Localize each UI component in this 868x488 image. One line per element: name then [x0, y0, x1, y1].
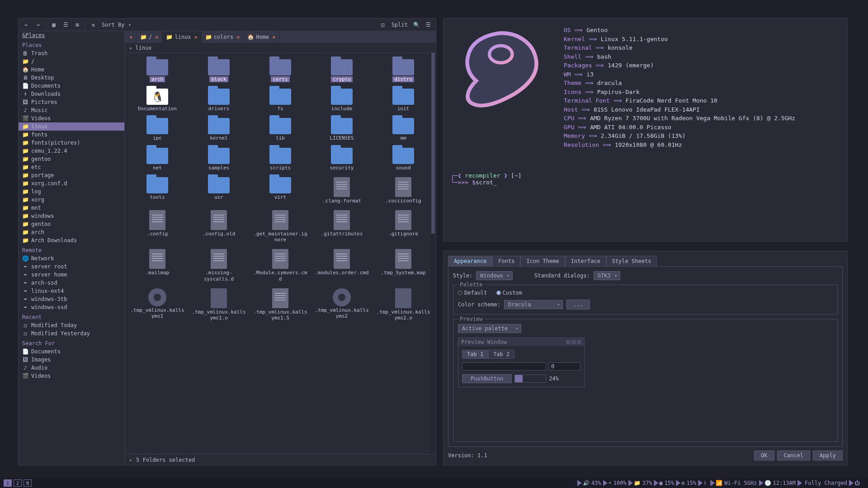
- view-list-icon[interactable]: ☰: [61, 20, 71, 30]
- close-icon[interactable]: ✕: [194, 34, 198, 40]
- file-item[interactable]: sound: [373, 146, 433, 173]
- file-item[interactable]: net: [127, 146, 187, 173]
- close-icon[interactable]: ✕: [272, 34, 275, 40]
- apply-button[interactable]: Apply: [813, 450, 843, 460]
- sidebar-item[interactable]: 🎬Videos: [19, 114, 124, 122]
- status-segment[interactable]: ⚙15%: [679, 480, 699, 486]
- status-segment[interactable]: 🔊43%: [580, 480, 604, 486]
- config-tab[interactable]: Icon Theme: [520, 256, 565, 267]
- sidebar-item[interactable]: 🎬Videos: [19, 372, 124, 380]
- shell-prompt[interactable]: ╭─❮ recompiler ❯ [~] ╰─>>> $scrot_: [451, 172, 522, 186]
- status-segment[interactable]: ▣15%: [656, 480, 677, 486]
- file-item[interactable]: drivers: [189, 87, 249, 113]
- sidebar-item[interactable]: ⬌windows-3tb: [19, 295, 124, 303]
- config-tab[interactable]: Fonts: [492, 256, 520, 267]
- file-item[interactable]: security: [312, 146, 372, 173]
- file-item[interactable]: .gitattributes: [312, 208, 372, 244]
- view-grid-icon[interactable]: ▦: [49, 20, 59, 30]
- radio-custom[interactable]: Custom: [496, 290, 522, 296]
- menu-icon[interactable]: ☰: [423, 20, 433, 30]
- sidebar-item[interactable]: 📁xorg.conf.d: [19, 179, 124, 188]
- file-item[interactable]: scripts: [250, 146, 310, 173]
- file-item[interactable]: .modules.order.cmd: [312, 247, 372, 283]
- sidebar-item[interactable]: 📁linux: [19, 122, 124, 131]
- preview-lineedit[interactable]: [462, 362, 546, 371]
- file-item[interactable]: mm: [373, 116, 433, 143]
- sidebar-item[interactable]: 📁gentoo: [19, 220, 124, 228]
- sidebar-item[interactable]: ♪Music: [19, 106, 124, 114]
- file-item[interactable]: init: [373, 87, 433, 113]
- sidebar-item[interactable]: 📁log: [19, 188, 124, 196]
- cancel-button[interactable]: Cancel: [777, 450, 810, 460]
- tab[interactable]: 📁colors✕: [202, 31, 244, 43]
- file-item[interactable]: lib: [250, 116, 310, 143]
- file-item[interactable]: samples: [189, 146, 249, 173]
- sidebar-item[interactable]: ⬌windows-ssd: [19, 303, 124, 311]
- sidebar-item[interactable]: ◻Modified Yesterday: [19, 329, 124, 338]
- status-segment[interactable]: 🕐12:13AM: [762, 480, 799, 486]
- back-button[interactable]: ←: [21, 20, 31, 30]
- file-item[interactable]: usr: [189, 175, 249, 206]
- view-compact-icon[interactable]: ⊞: [72, 20, 82, 30]
- file-item[interactable]: .clang-format: [312, 175, 372, 206]
- tab[interactable]: 📁/✕: [137, 31, 162, 43]
- sidebar-item[interactable]: 🌐Network: [19, 254, 124, 263]
- sidebar-item[interactable]: 📁cemu_1.22.4: [19, 147, 124, 155]
- file-item[interactable]: arch: [127, 57, 187, 84]
- sidebar-item[interactable]: ◻Modified Today: [19, 321, 124, 329]
- file-item[interactable]: .tmp_vmlinux.kallsyms1.S: [250, 286, 310, 323]
- close-icon[interactable]: ✕: [236, 34, 240, 40]
- forward-button[interactable]: →: [33, 20, 43, 30]
- file-item[interactable]: crypto: [312, 57, 372, 84]
- sidebar-item[interactable]: ⬌server root: [19, 263, 124, 271]
- file-item[interactable]: distro: [373, 57, 433, 84]
- file-item[interactable]: ipc: [127, 116, 187, 143]
- status-segment[interactable]: 📁37%: [631, 480, 655, 486]
- file-item[interactable]: .tmp_vmlinux.kallsyms2.o: [373, 286, 433, 323]
- sidebar-item[interactable]: 📁mnt: [19, 204, 124, 212]
- scheme-combo[interactable]: Dracula: [504, 300, 563, 309]
- file-item[interactable]: LICENSES: [312, 116, 372, 143]
- sidebar-item[interactable]: 📁windows: [19, 212, 124, 220]
- sidebar-item[interactable]: ⬌arch-ssd: [19, 279, 124, 287]
- sidebar-item[interactable]: 📁portage: [19, 171, 124, 179]
- tab-close-blank[interactable]: ✕: [125, 31, 137, 43]
- sidebar-item[interactable]: 📁/: [19, 57, 124, 66]
- preview-pushbutton[interactable]: PushButton: [462, 374, 512, 383]
- file-item[interactable]: .get_maintainer.ignore: [250, 208, 310, 244]
- sort-button[interactable]: Sort By: [100, 22, 127, 28]
- sidebar-item[interactable]: ⬌linux-ext4: [19, 287, 124, 295]
- sidebar-item[interactable]: ⬇Downloads: [19, 90, 124, 98]
- file-item[interactable]: .cocciconfig: [373, 175, 433, 206]
- workspace-button[interactable]: 1: [4, 479, 12, 487]
- breadcrumb-current[interactable]: linux: [135, 45, 151, 51]
- config-tab[interactable]: Interface: [565, 256, 606, 267]
- status-segment[interactable]: ᚼ: [701, 480, 711, 486]
- file-item[interactable]: .missing-syscalls.d: [189, 247, 249, 283]
- preview-tab-2[interactable]: Tab 2: [488, 350, 514, 359]
- file-item[interactable]: 🐧Documentation: [127, 87, 187, 113]
- scheme-more-button[interactable]: ...: [566, 300, 590, 310]
- split-icon[interactable]: ◫: [378, 20, 388, 30]
- status-segment[interactable]: ☀100%: [606, 480, 629, 486]
- file-item[interactable]: block: [189, 57, 249, 84]
- status-segment[interactable]: Fully Charged: [800, 480, 850, 486]
- file-item[interactable]: .mailmap: [127, 247, 187, 283]
- workspace-button[interactable]: 2: [14, 479, 22, 487]
- status-segment[interactable]: ⏻: [852, 480, 864, 486]
- file-item[interactable]: .tmp_System.map: [373, 247, 433, 283]
- sidebar-item[interactable]: 📁gentoo: [19, 155, 124, 163]
- config-tab[interactable]: Appearance: [448, 256, 492, 267]
- radio-default[interactable]: Default: [458, 290, 487, 296]
- file-item[interactable]: .tmp_vmlinux.kallsyms1.o: [189, 286, 249, 323]
- search-icon[interactable]: 🔍: [411, 20, 421, 30]
- sidebar-item[interactable]: 📁xorg: [19, 196, 124, 204]
- sidebar-item[interactable]: 🖼Pictures: [19, 98, 124, 106]
- tab[interactable]: 📁linux✕: [162, 31, 201, 43]
- file-item[interactable]: .Module.symvers.cmd: [250, 247, 310, 283]
- sidebar-item[interactable]: 📁Arch Downloads: [19, 236, 124, 244]
- sidebar-item[interactable]: 📄Documents: [19, 82, 124, 90]
- sidebar-item[interactable]: 📁etc: [19, 163, 124, 171]
- file-item[interactable]: certs: [250, 57, 310, 84]
- preview-tab-1[interactable]: Tab 1: [462, 350, 488, 359]
